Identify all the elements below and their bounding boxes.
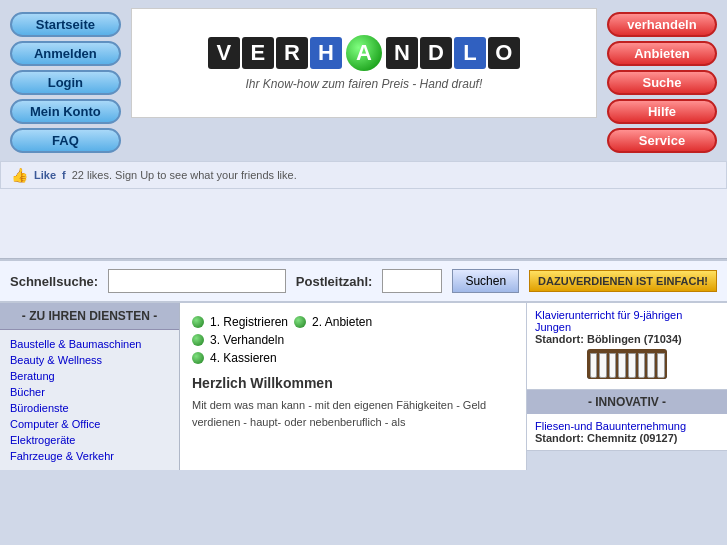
plz-label: Postleitzahl: <box>296 274 373 289</box>
facebook-bar: 👍 Like f 22 likes. Sign Up to see what y… <box>0 161 727 189</box>
step4-label: 4. Kassieren <box>210 351 277 365</box>
right-navigation: verhandeln Anbieten Suche Hilfe Service <box>607 8 717 153</box>
sidebar-link-computer[interactable]: Computer & Office <box>10 418 169 430</box>
nav-hilfe[interactable]: Hilfe <box>607 99 717 124</box>
logo-letter-h: H <box>310 37 342 69</box>
sidebar-link-buerodienste[interactable]: Bürodienste <box>10 402 169 414</box>
right-panel: Klavierunterricht für 9-jährigen Jungen … <box>527 303 727 470</box>
center-panel: 1. Registrieren 2. Anbieten 3. Verhandel… <box>180 303 527 470</box>
logo-letter-e: E <box>242 37 274 69</box>
ad1-title[interactable]: Klavierunterricht für 9-jährigen Jungen <box>535 309 719 333</box>
fb-logo-icon: f <box>62 169 66 181</box>
sidebar: - ZU IHREN DIENSTEN - Baustelle & Baumas… <box>0 303 180 470</box>
step3-label: 3. Verhandeln <box>210 333 284 347</box>
step-row-3: 4. Kassieren <box>192 351 514 365</box>
step-row-2: 3. Verhandeln <box>192 333 514 347</box>
nav-anmelden[interactable]: Anmelden <box>10 41 121 66</box>
logo-letter-d: D <box>420 37 452 69</box>
step2-icon <box>294 316 306 328</box>
logo-letter-o: O <box>488 37 520 69</box>
welcome-text: Mit dem was man kann - mit den eigenen F… <box>192 397 514 430</box>
nav-suche[interactable]: Suche <box>607 70 717 95</box>
logo-letter-a: A <box>346 35 382 71</box>
step2-label: 2. Anbieten <box>312 315 372 329</box>
search-label: Schnellsuche: <box>10 274 98 289</box>
logo-letter-n: N <box>386 37 418 69</box>
search-button[interactable]: Suchen <box>452 269 519 293</box>
fb-like-text[interactable]: Like <box>34 169 56 181</box>
step-row-1: 1. Registrieren 2. Anbieten <box>192 315 514 329</box>
step3-icon <box>192 334 204 346</box>
nav-service[interactable]: Service <box>607 128 717 153</box>
sidebar-links: Baustelle & Baumaschinen Beauty & Wellne… <box>0 330 179 470</box>
dazuverdienen-button[interactable]: DAZUVERDIENEN IST EINFACH! <box>529 270 717 292</box>
ad-entry-1: Klavierunterricht für 9-jährigen Jungen … <box>527 303 727 390</box>
fb-thumb-icon: 👍 <box>11 167 28 183</box>
sidebar-link-baustelle[interactable]: Baustelle & Baumaschinen <box>10 338 169 350</box>
ad2-title[interactable]: Fliesen-und Bauunternehmung <box>535 420 719 432</box>
search-bar: Schnellsuche: Postleitzahl: Suchen DAZUV… <box>0 259 727 303</box>
logo-tagline: Ihr Know-how zum fairen Preis - Hand dra… <box>246 77 483 91</box>
step1-label: 1. Registrieren <box>210 315 288 329</box>
search-input[interactable] <box>108 269 286 293</box>
sidebar-title: - ZU IHREN DIENSTEN - <box>0 303 179 330</box>
nav-anbieten[interactable]: Anbieten <box>607 41 717 66</box>
logo-letters: V E R H A N D L O <box>208 35 520 71</box>
nav-startseite[interactable]: Startseite <box>10 12 121 37</box>
piano-image <box>587 349 667 379</box>
logo-area: V E R H A N D L O Ihr Know-how zum faire… <box>131 8 597 118</box>
plz-input[interactable] <box>382 269 442 293</box>
sidebar-link-fahrzeuge[interactable]: Fahrzeuge & Verkehr <box>10 450 169 462</box>
sidebar-link-elektro[interactable]: Elektrogeräte <box>10 434 169 446</box>
welcome-title: Herzlich Willkommen <box>192 375 514 391</box>
fb-count-text: 22 likes. Sign Up to see what your frien… <box>72 169 297 181</box>
step4-icon <box>192 352 204 364</box>
ad1-location: Standort: Böblingen (71034) <box>535 333 719 345</box>
ad-banner <box>0 189 727 259</box>
sidebar-link-buecher[interactable]: Bücher <box>10 386 169 398</box>
logo-letter-l: L <box>454 37 486 69</box>
nav-mein-konto[interactable]: Mein Konto <box>10 99 121 124</box>
sidebar-link-beratung[interactable]: Beratung <box>10 370 169 382</box>
step1-icon <box>192 316 204 328</box>
ad2-location: Standort: Chemnitz (09127) <box>535 432 719 444</box>
logo-letter-r: R <box>276 37 308 69</box>
nav-verhandeln[interactable]: verhandeln <box>607 12 717 37</box>
header: Startseite Anmelden Login Mein Konto FAQ… <box>0 0 727 161</box>
logo-letter-v: V <box>208 37 240 69</box>
sidebar-link-beauty[interactable]: Beauty & Wellness <box>10 354 169 366</box>
innovativ-label: - INNOVATIV - <box>527 390 727 414</box>
nav-faq[interactable]: FAQ <box>10 128 121 153</box>
left-navigation: Startseite Anmelden Login Mein Konto FAQ <box>10 8 121 153</box>
ad-entry-2: Fliesen-und Bauunternehmung Standort: Ch… <box>527 414 727 451</box>
nav-login[interactable]: Login <box>10 70 121 95</box>
main-content: - ZU IHREN DIENSTEN - Baustelle & Baumas… <box>0 303 727 470</box>
